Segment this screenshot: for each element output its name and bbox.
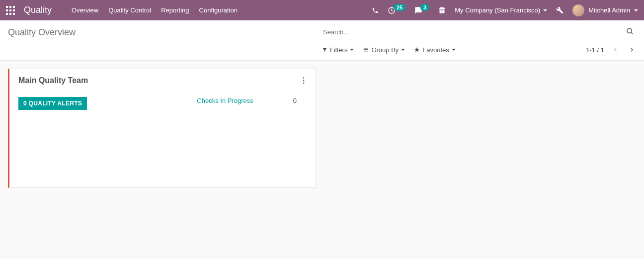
team-name: Main Quality Team — [18, 76, 88, 85]
chevron-left-icon — [613, 46, 618, 53]
apps-icon[interactable] — [6, 6, 15, 15]
messages-icon[interactable]: 3 — [414, 6, 429, 14]
chevron-right-icon — [629, 46, 634, 53]
messages-badge: 3 — [420, 4, 429, 11]
filter-group: Filters Group By Favorites — [322, 46, 456, 54]
svg-point-6 — [303, 77, 305, 79]
chevron-down-icon — [452, 49, 456, 51]
user-name: Mitchell Admin — [588, 6, 630, 14]
activity-badge: 25 — [394, 4, 405, 11]
favorites-label: Favorites — [422, 46, 449, 54]
main-navbar: Quality Overview Quality Control Reporti… — [0, 0, 644, 20]
nav-overview[interactable]: Overview — [72, 6, 98, 14]
svg-rect-3 — [364, 48, 368, 48]
pager: 1-1 / 1 — [586, 44, 636, 55]
nav-menu: Overview Quality Control Reporting Confi… — [72, 6, 238, 14]
search-input[interactable] — [322, 25, 636, 39]
quality-alerts-button[interactable]: 0 QUALITY ALERTS — [18, 97, 87, 110]
list-icon — [363, 47, 369, 52]
company-name: My Company (San Francisco) — [455, 6, 540, 14]
filters-button[interactable]: Filters — [322, 46, 354, 54]
favorites-button[interactable]: Favorites — [414, 46, 455, 54]
svg-point-7 — [303, 80, 305, 82]
avatar — [572, 4, 584, 16]
checks-count: 0 — [293, 97, 297, 104]
filters-label: Filters — [330, 46, 347, 54]
breadcrumb: Quality Overview — [8, 27, 322, 38]
company-switcher[interactable]: My Company (San Francisco) — [455, 6, 547, 14]
pager-next[interactable] — [627, 44, 636, 55]
svg-point-1 — [627, 28, 632, 33]
chevron-down-icon — [350, 49, 354, 51]
card-menu-button[interactable] — [301, 77, 307, 84]
kanban-view: Main Quality Team 0 QUALITY ALERTS Check… — [0, 61, 644, 196]
nav-right: 25 3 My Company (San Francisco) Mitchell… — [372, 4, 638, 16]
nav-quality-control[interactable]: Quality Control — [108, 6, 151, 14]
pager-prev[interactable] — [611, 44, 620, 55]
user-menu[interactable]: Mitchell Admin — [572, 4, 638, 16]
nav-configuration[interactable]: Configuration — [199, 6, 238, 14]
quality-team-card[interactable]: Main Quality Team 0 QUALITY ALERTS Check… — [8, 69, 316, 188]
svg-rect-4 — [364, 49, 368, 50]
kebab-icon — [303, 77, 305, 84]
nav-reporting[interactable]: Reporting — [161, 6, 189, 14]
phone-icon[interactable] — [372, 7, 379, 14]
svg-point-8 — [303, 83, 305, 84]
groupby-button[interactable]: Group By — [363, 46, 405, 54]
star-icon — [414, 47, 420, 53]
activity-icon[interactable]: 25 — [388, 6, 405, 14]
svg-rect-5 — [364, 51, 368, 51]
checks-in-progress-link[interactable]: Checks In Progress — [197, 97, 253, 104]
control-panel: Quality Overview Filters Group By — [0, 20, 644, 61]
chevron-down-icon — [401, 49, 405, 51]
groupby-label: Group By — [371, 46, 399, 54]
gift-icon[interactable] — [438, 6, 446, 14]
funnel-icon — [322, 47, 327, 53]
app-brand[interactable]: Quality — [24, 5, 52, 15]
debug-icon[interactable] — [556, 6, 564, 14]
chevron-down-icon — [543, 9, 547, 11]
chevron-down-icon — [634, 9, 638, 11]
search-icon[interactable] — [626, 27, 634, 35]
search-wrap — [322, 25, 636, 39]
pager-value[interactable]: 1-1 / 1 — [586, 46, 604, 54]
svg-line-2 — [631, 32, 633, 34]
